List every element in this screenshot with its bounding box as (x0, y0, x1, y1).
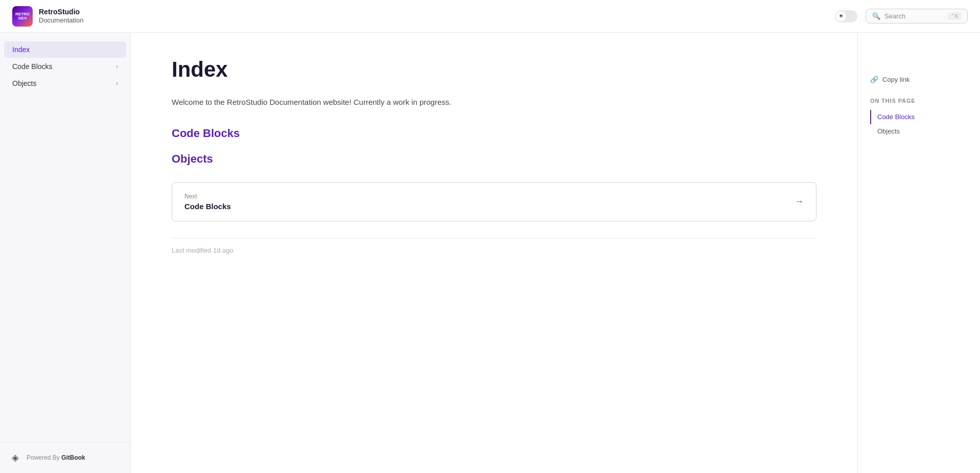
next-card-arrow-icon: → (795, 196, 804, 207)
copy-link-button[interactable]: 🔗 Copy link (870, 74, 909, 85)
page-title: Index (172, 57, 816, 82)
search-icon: 🔍 (872, 12, 880, 20)
search-shortcut: ⌃K (948, 12, 961, 20)
next-card[interactable]: Next Code Blocks → (172, 182, 816, 221)
search-placeholder: Search (884, 12, 944, 20)
logo-title: RetroStudio (39, 8, 83, 16)
logo-text-inner: RETRODEV (15, 12, 30, 20)
chevron-right-icon: › (116, 63, 118, 70)
on-this-page-label: ON THIS PAGE (870, 98, 968, 104)
sidebar-item-label: Objects (12, 79, 36, 87)
sidebar: Index Code Blocks › Objects › ◈ Powered … (0, 33, 131, 473)
right-panel: 🔗 Copy link ON THIS PAGE Code Blocks Obj… (857, 33, 980, 473)
main-content: Index Welcome to the RetroStudio Documen… (131, 33, 857, 473)
next-card-label: Next (184, 193, 231, 200)
next-card-title: Code Blocks (184, 202, 231, 211)
page-body: Index Code Blocks › Objects › ◈ Powered … (0, 33, 980, 473)
link-icon: 🔗 (870, 76, 878, 83)
logo-subtitle: Documentation (39, 16, 83, 25)
logo-icon: RETRODEV (12, 6, 33, 27)
toc-item-code-blocks[interactable]: Code Blocks (870, 110, 968, 124)
last-modified-text: Last modified 1d ago (172, 246, 816, 254)
sidebar-item-objects[interactable]: Objects › (4, 75, 126, 92)
chevron-right-icon: › (116, 80, 118, 87)
theme-icon: ☀ (836, 11, 846, 21)
toc-item-objects[interactable]: Objects (870, 124, 968, 139)
sidebar-item-index[interactable]: Index (4, 41, 126, 58)
nav-right: ☀ 🔍 Search ⌃K (835, 9, 968, 24)
gitbook-icon: ◈ (8, 451, 22, 465)
logo-label: RetroStudio Documentation (39, 8, 83, 24)
sidebar-item-label: Index (12, 46, 30, 54)
top-nav: RETRODEV RetroStudio Documentation ☀ 🔍 S… (0, 0, 980, 33)
sidebar-item-code-blocks[interactable]: Code Blocks › (4, 58, 126, 75)
sidebar-item-label: Code Blocks (12, 62, 53, 71)
content-divider (172, 238, 816, 238)
logo-area[interactable]: RETRODEV RetroStudio Documentation (12, 6, 83, 27)
copy-link-label: Copy link (882, 76, 909, 83)
page-intro: Welcome to the RetroStudio Documentation… (172, 96, 816, 108)
next-card-content: Next Code Blocks (184, 193, 231, 211)
powered-by-text: Powered By GitBook (27, 454, 85, 461)
section-heading-code-blocks: Code Blocks (172, 127, 816, 140)
sidebar-nav: Index Code Blocks › Objects › (0, 33, 130, 442)
theme-toggle-button[interactable]: ☀ (835, 10, 857, 22)
search-box[interactable]: 🔍 Search ⌃K (866, 9, 968, 24)
sidebar-footer[interactable]: ◈ Powered By GitBook (0, 442, 130, 473)
section-heading-objects: Objects (172, 152, 816, 166)
